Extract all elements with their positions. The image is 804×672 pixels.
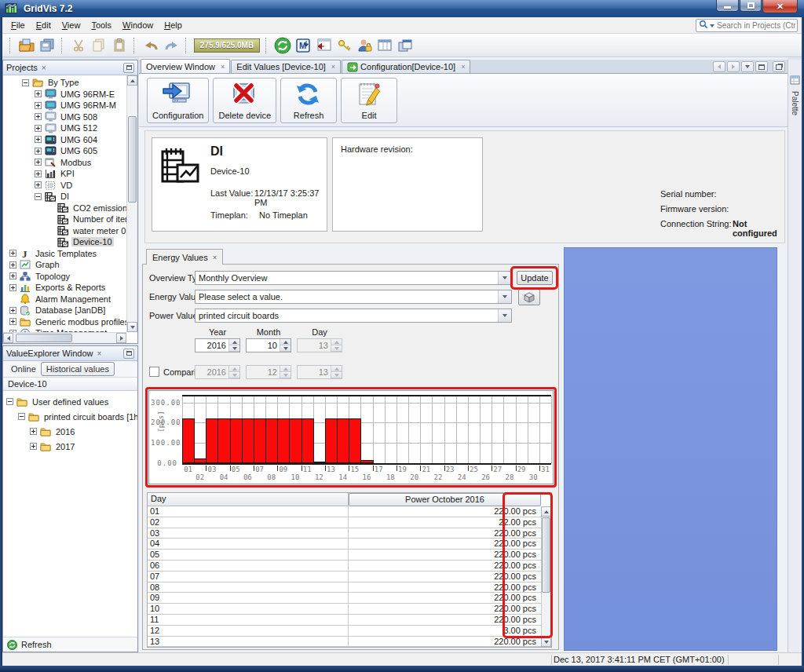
tree-item-topology[interactable]: Topology: [3, 271, 137, 283]
table-row-day-07[interactable]: 07220.00 pcs: [148, 572, 551, 583]
expand-icon[interactable]: [30, 428, 37, 435]
graph-preview-panel[interactable]: [564, 247, 777, 651]
table-scrollbar[interactable]: [541, 506, 551, 647]
expand-icon[interactable]: [35, 125, 42, 132]
delete-device-button[interactable]: Delete device: [213, 78, 276, 123]
redo-button[interactable]: [161, 36, 181, 55]
close-button[interactable]: ✕: [762, 0, 798, 13]
table-row-day-01[interactable]: 01220.00 pcs: [148, 506, 551, 517]
month-spinner[interactable]: 10: [246, 338, 291, 352]
tree-item-graph[interactable]: Graph: [3, 259, 137, 271]
tree-item-jasic-templates[interactable]: JJasic Templates: [3, 248, 137, 260]
scroll-left-button[interactable]: [3, 333, 13, 343]
tree-item-user-defined-values[interactable]: User defined values: [3, 394, 137, 409]
scrollbar-thumb[interactable]: [542, 517, 550, 593]
windows-layout-button[interactable]: [395, 36, 415, 55]
scrollbar-thumb[interactable]: [128, 116, 137, 203]
column-header-day[interactable]: Day: [148, 493, 349, 506]
table-row-day-03[interactable]: 03220.00 pcs: [148, 528, 551, 539]
expand-icon[interactable]: [35, 113, 42, 120]
expand-icon[interactable]: [9, 284, 16, 291]
energy-values-select[interactable]: Please select a value.: [195, 290, 512, 304]
search-dropdown-icon[interactable]: [710, 24, 714, 27]
expand-icon[interactable]: [9, 307, 16, 314]
tree-item-generic-modbus-profiles[interactable]: Generic modbus profiles: [3, 316, 137, 328]
copy-button[interactable]: [89, 36, 109, 55]
table-row-day-06[interactable]: 06220.00 pcs: [148, 561, 551, 572]
tree-item-number-of-items[interactable]: Number of items: [3, 214, 137, 225]
tree-item-2017[interactable]: 2017: [3, 439, 137, 454]
table-row-day-12[interactable]: 123.00 pcs: [148, 626, 551, 637]
refresh-button[interactable]: Refresh: [280, 78, 337, 123]
expand-icon[interactable]: [35, 90, 42, 97]
expand-icon[interactable]: [9, 261, 16, 268]
tree-item-umg-604[interactable]: UMG 604: [3, 134, 137, 146]
projects-panel-header[interactable]: Projects ×: [3, 60, 137, 75]
energy-values-tab[interactable]: Energy Values ×: [146, 249, 223, 265]
paste-button[interactable]: [109, 36, 130, 55]
expand-icon[interactable]: [9, 272, 16, 279]
year-spinner[interactable]: 2016: [195, 338, 240, 352]
collapse-icon[interactable]: [35, 193, 42, 200]
user-permissions-button[interactable]: [354, 36, 375, 55]
scroll-tabs-left-button[interactable]: [713, 61, 725, 72]
scroll-right-button[interactable]: [116, 333, 126, 343]
value-explorer-header[interactable]: ValueExplorer Window ×: [3, 346, 137, 361]
expand-icon[interactable]: [35, 148, 42, 155]
tree-item-exports-reports[interactable]: Exports & Reports: [3, 282, 137, 294]
expand-icon[interactable]: [9, 318, 16, 325]
expand-icon[interactable]: [30, 443, 37, 450]
overview-type-select[interactable]: Monthly Overview: [195, 271, 512, 285]
close-tab-icon[interactable]: ×: [461, 63, 465, 71]
import-button[interactable]: M: [293, 36, 313, 55]
scroll-down-button[interactable]: [541, 637, 551, 647]
scroll-down-button[interactable]: [127, 322, 137, 332]
table-row-day-05[interactable]: 05220.00 pcs: [148, 550, 551, 561]
menu-help[interactable]: Help: [159, 18, 188, 32]
close-tab-icon[interactable]: ×: [221, 63, 225, 71]
undo-button[interactable]: [141, 36, 161, 55]
search-box[interactable]: [696, 19, 798, 32]
reload-values-button[interactable]: [272, 36, 293, 55]
export-window-button[interactable]: [313, 36, 334, 55]
maximize-button[interactable]: [740, 0, 762, 12]
table-row-day-02[interactable]: 0222.00 pcs: [148, 517, 551, 528]
tree-item-database-jandb[interactable]: Database [JanDB]: [3, 305, 137, 316]
search-input[interactable]: [717, 21, 795, 30]
power-values-select[interactable]: printed circuit boards: [195, 309, 512, 323]
restore-group-button[interactable]: [773, 61, 785, 72]
expand-icon[interactable]: [35, 136, 42, 143]
tree-item-alarm-management[interactable]: Alarm Management: [3, 294, 137, 305]
tree-item-device-10[interactable]: Device-10: [3, 236, 137, 248]
close-tab-icon[interactable]: ×: [331, 63, 335, 71]
expand-icon[interactable]: [35, 181, 42, 188]
value-explorer-minimize-button[interactable]: [123, 349, 134, 359]
table-row-day-13[interactable]: 13220.00 pcs: [148, 637, 551, 648]
energy-tab-close-icon[interactable]: ×: [213, 254, 217, 261]
comparison-checkbox[interactable]: [149, 367, 159, 377]
doc-tab-overview-window[interactable]: Overview Window×: [141, 59, 230, 73]
tree-item-umg-512[interactable]: UMG 512: [3, 122, 137, 134]
expand-icon[interactable]: [35, 170, 42, 177]
menu-tools[interactable]: Tools: [86, 18, 117, 32]
expand-icon[interactable]: [9, 250, 16, 257]
tree-item-umg-508[interactable]: UMG 508: [3, 111, 137, 123]
cut-button[interactable]: [68, 36, 89, 55]
expand-icon[interactable]: [35, 159, 42, 166]
combo-arrow-icon[interactable]: [498, 290, 511, 303]
tree-item-di[interactable]: DI: [3, 191, 137, 203]
tree-item-2016[interactable]: 2016: [3, 424, 137, 439]
tree-item-vd[interactable]: VD: [3, 180, 137, 192]
scroll-up-button[interactable]: [127, 75, 137, 86]
combo-arrow-icon[interactable]: [498, 309, 511, 322]
tree-item-kpi[interactable]: KPI: [3, 168, 137, 180]
save-all-button[interactable]: [37, 36, 57, 55]
table-row-day-10[interactable]: 10220.00 pcs: [148, 604, 551, 615]
maximize-window-button[interactable]: [755, 61, 768, 72]
tree-item-by-type[interactable]: By Type: [3, 77, 137, 89]
tree-item-printed-circuit-boards-1h[interactable]: printed circuit boards [1h]: [3, 409, 137, 424]
open-project-button[interactable]: [16, 36, 37, 55]
projects-horizontal-scrollbar[interactable]: [3, 332, 126, 343]
menu-window[interactable]: Window: [117, 18, 159, 32]
tree-item-modbus[interactable]: Modbus: [3, 157, 137, 169]
